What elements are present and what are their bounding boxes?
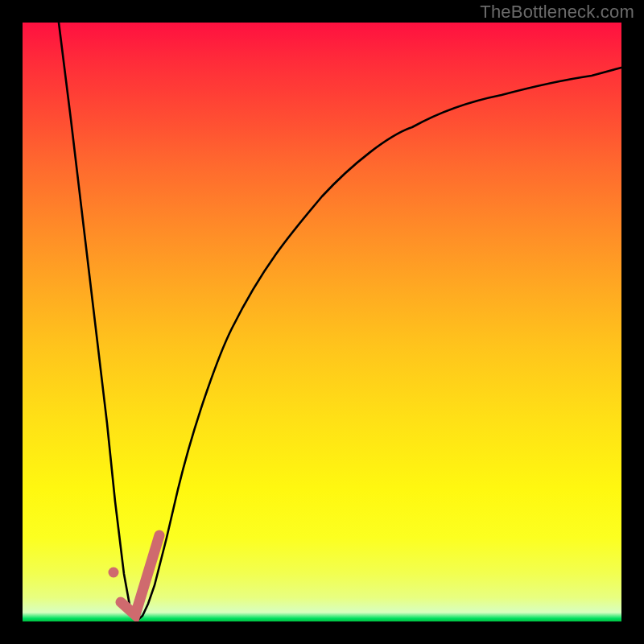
- bottleneck-curve: [59, 23, 621, 621]
- marker-dot: [109, 568, 119, 578]
- chart-frame: TheBottleneck.com: [0, 0, 644, 644]
- plot-area: [23, 23, 621, 621]
- watermark-text: TheBottleneck.com: [480, 2, 634, 23]
- marker-hook: [121, 535, 159, 615]
- bottleneck-curve-svg: [23, 23, 621, 621]
